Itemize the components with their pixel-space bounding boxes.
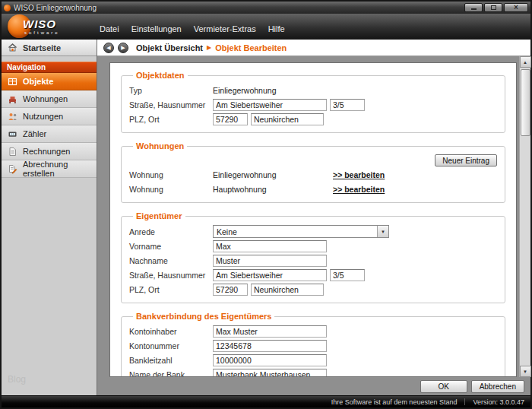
sidebar-item-objekte[interactable]: Objekte [2,73,97,90]
scroll-up-icon: ▲ [523,60,527,65]
app-body: Startseite Navigation Objekte Wohnungen [2,40,530,395]
app-icon [4,5,11,11]
status-message: Ihre Software ist auf dem neuesten Stand [331,398,458,406]
menu-datei[interactable]: Datei [94,24,125,34]
bankname-label: Name der Bank [129,370,213,377]
main-area: ◀ ▶ Objekt Übersicht ▶ Objekt Bearbeiten… [97,40,530,395]
window-controls: × [464,3,528,12]
wohnung-label: Wohnung [129,170,213,179]
breadcrumb: ◀ ▶ Objekt Übersicht ▶ Objekt Bearbeiten [97,40,530,56]
sidebar-item-nutzungen[interactable]: Nutzungen [2,108,97,125]
sidebar-item-label: Wohnungen [23,94,68,103]
zaehler-icon [7,128,18,139]
nachname-input[interactable] [213,255,327,267]
forward-icon: ▶ [121,45,125,50]
bankname-input[interactable] [213,369,327,377]
wohnungen-toolbar: Neuer Eintrag [129,154,497,166]
breadcrumb-current: Objekt Bearbeiten [215,43,287,52]
form-row-strasse: Straße, Hausnummer [129,99,497,111]
anrede-label: Anrede [129,227,213,236]
back-icon: ◀ [106,45,110,50]
kontoinhaber-input[interactable] [213,325,327,338]
sidebar-item-label: Nutzungen [23,112,63,121]
sidebar-item-startseite[interactable]: Startseite [2,40,97,56]
section-eigentuemer-legend: Eigentümer [133,211,185,220]
kontonummer-input[interactable] [213,340,327,352]
wohnung-label: Wohnung [129,185,213,194]
maximize-button[interactable] [484,3,502,12]
content-area: Objektdaten Typ Einliegerwohnung Straße,… [97,56,519,377]
status-divider [464,398,465,405]
typ-value: Einliegerwohnung [213,86,276,95]
sidebar-item-label: Zähler [23,129,46,138]
sidebar-item-label: Abrechnung erstellen [23,160,91,178]
cancel-button[interactable]: Abbrechen [471,380,524,393]
plz-ort-label: PLZ, Ort [129,115,213,124]
bearbeiten-link[interactable]: >> bearbeiten [333,185,385,194]
vorname-input[interactable] [213,240,327,252]
menubar: Datei Einstellungen Vermieter-Extras Hil… [94,22,290,36]
wohnung-row: Wohnung Einliegerwohnung >> bearbeiten [129,169,497,181]
nachname-label: Nachname [129,256,213,265]
form-row-typ: Typ Einliegerwohnung [129,84,497,97]
objekte-icon [7,76,18,87]
bearbeiten-link[interactable]: >> bearbeiten [333,170,385,179]
bankleitzahl-input[interactable] [213,354,327,366]
hausnummer-input[interactable] [330,269,365,281]
dialog-footer: OK Abbrechen [97,377,530,395]
strasse-input[interactable] [213,269,327,281]
ort-input[interactable] [251,284,324,296]
section-bankverbindung: Bankverbindung des Eigentümers Kontoinha… [121,312,505,377]
plz-input[interactable] [213,113,248,125]
sidebar-item-label: Objekte [23,77,53,86]
sidebar-nav-header: Navigation [2,62,97,73]
nav-header-label: Navigation [7,63,46,71]
form-row-anrede: Anrede Keine ▼ [129,225,497,238]
ok-button[interactable]: OK [420,380,467,393]
sidebar-item-abrechnung-erstellen[interactable]: Abrechnung erstellen [2,160,97,178]
window-title: WISO Einliegerwohnung [14,4,461,12]
kontonummer-label: Kontonummer [129,341,213,350]
section-wohnungen: Wohnungen Neuer Eintrag Wohnung Einliege… [121,141,505,203]
menu-hilfe[interactable]: Hilfe [263,24,290,34]
breadcrumb-parent[interactable]: Objekt Übersicht [136,43,203,52]
vertical-scrollbar[interactable]: ▲ ▼ [519,56,530,377]
sidebar-home-label: Startseite [23,43,61,52]
strasse-label: Straße, Hausnummer [129,271,213,280]
app-header: WISO software Datei Einstellungen Vermie… [2,14,530,40]
section-objektdaten: Objektdaten Typ Einliegerwohnung Straße,… [121,71,505,133]
status-version: Version: 3.0.0.47 [473,398,524,406]
form-row-bankleitzahl: Bankleitzahl [129,354,497,366]
anrede-selected-value: Keine [214,227,377,236]
neuer-eintrag-button[interactable]: Neuer Eintrag [435,154,497,166]
forward-button[interactable]: ▶ [118,43,128,53]
scroll-down-button[interactable]: ▼ [520,366,531,377]
close-button[interactable]: × [504,3,528,12]
kontoinhaber-label: Kontoinhaber [129,327,213,336]
sidebar-item-rechnungen[interactable]: Rechnungen [2,143,97,160]
section-bankverbindung-legend: Bankverbindung des Eigentümers [133,312,274,321]
typ-label: Typ [129,86,213,95]
bankleitzahl-label: Bankleitzahl [129,356,213,365]
back-button[interactable]: ◀ [103,43,114,53]
wiso-logo: WISO software [6,14,85,40]
section-objektdaten-legend: Objektdaten [133,71,188,80]
menu-einstellungen[interactable]: Einstellungen [126,24,187,34]
anrede-select[interactable]: Keine ▼ [213,225,389,238]
sidebar-item-zaehler[interactable]: Zähler [2,125,97,143]
strasse-input[interactable] [213,99,327,111]
menu-vermieter-extras[interactable]: Vermieter-Extras [188,24,261,34]
scroll-thumb[interactable] [521,69,530,136]
plz-input[interactable] [213,284,248,296]
form-row-bankname: Name der Bank [129,369,497,377]
ort-input[interactable] [251,113,324,125]
wohnung-value: Hauptwohnung [213,185,333,194]
chevron-down-icon: ▼ [377,226,388,237]
scroll-up-button[interactable]: ▲ [520,56,531,68]
minimize-button[interactable] [464,3,483,12]
home-icon [7,43,18,53]
form-row-kontonummer: Kontonummer [129,340,497,352]
section-wohnungen-legend: Wohnungen [133,141,187,151]
hausnummer-input[interactable] [330,99,365,111]
sidebar-item-wohnungen[interactable]: Wohnungen [2,90,97,108]
